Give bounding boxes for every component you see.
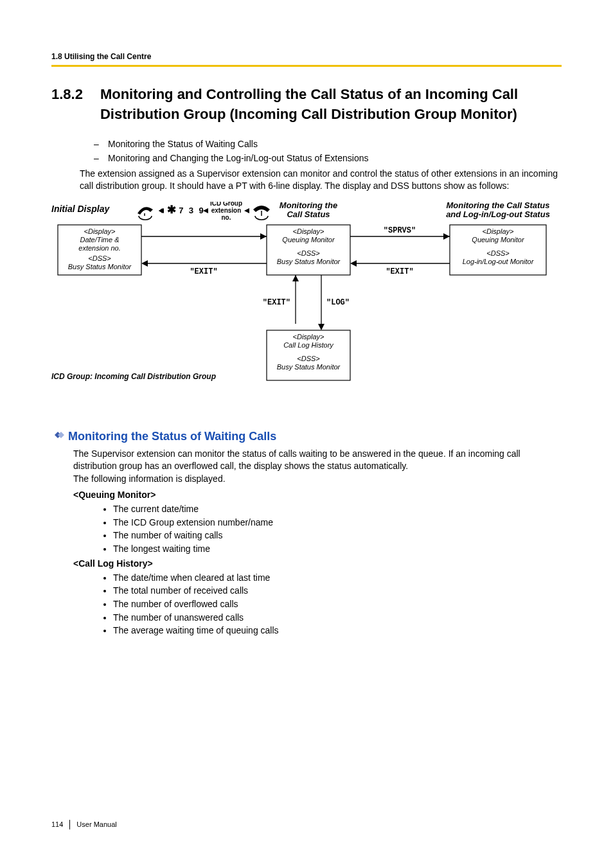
box4-line1: Call Log History: [283, 341, 334, 349]
list-item: The current date/time: [113, 503, 562, 516]
footer-label: User Manual: [76, 820, 116, 829]
offhook-icon: [138, 207, 153, 220]
label-sprvs: "SPRVS": [384, 226, 416, 235]
box1-display: <Display>: [84, 227, 116, 235]
box4-dss: <DSS>: [297, 355, 320, 362]
box3-display: <Display>: [483, 227, 514, 235]
subsection-heading-row: Monitoring the Status of Waiting Calls: [51, 429, 562, 445]
svg-marker-13: [292, 275, 299, 281]
svg-marker-3: [244, 208, 249, 213]
intro-block: – Monitoring the Status of Waiting Calls…: [51, 138, 562, 192]
asterisk-icon: ✱: [167, 204, 176, 216]
box1-line2: extension no.: [78, 244, 120, 252]
section-title: Monitoring and Controlling the Call Stat…: [100, 85, 562, 125]
section-heading-row: 1.8.2 Monitoring and Controlling the Cal…: [51, 85, 562, 125]
queuing-monitor-list: The current date/time The ICD Group exte…: [73, 503, 562, 555]
page: 1.8 Utilising the Call Centre 1.8.2 Moni…: [0, 0, 613, 868]
footer: 114 User Manual: [51, 820, 117, 829]
box1-line3: Busy Status Monitor: [68, 263, 132, 270]
subsection-paragraph: The Supervisor extension can monitor the…: [73, 448, 562, 486]
intro-paragraph: The extension assigned as a Supervisor e…: [80, 168, 562, 193]
queuing-monitor-label: <Queuing Monitor>: [73, 489, 562, 502]
svg-marker-1: [159, 208, 164, 213]
list-item: The number of unanswered calls: [113, 612, 562, 624]
box1-line1: Date/Time &: [80, 236, 119, 244]
list-item: The number of waiting calls: [113, 529, 562, 542]
label-monitoring-call-status-2: Call Status: [287, 209, 330, 219]
calllog-history-list: The date/time when cleared at last time …: [73, 572, 562, 637]
calllog-history-label: <Call Log History>: [73, 558, 562, 571]
label-log: "LOG": [326, 298, 350, 307]
subsection-title: Monitoring the Status of Waiting Calls: [68, 429, 276, 445]
dash-bullet: –: [94, 138, 108, 151]
label-exit-3: "EXIT": [263, 298, 290, 307]
svg-marker-2: [203, 208, 208, 213]
svg-marker-9: [443, 233, 450, 240]
dash-bullet: –: [94, 152, 108, 165]
list-item: The ICD Group extension number/name: [113, 517, 562, 529]
running-header: 1.8 Utilising the Call Centre: [51, 51, 562, 62]
svg-marker-7: [141, 260, 148, 267]
svg-marker-11: [350, 260, 357, 267]
step-label-icdgroup-1: ICD Group: [210, 202, 242, 207]
list-item: The average waiting time of queuing call…: [113, 624, 562, 637]
box3-line1: Queuing Monitor: [472, 236, 525, 244]
subsection-body: The Supervisor extension can monitor the…: [51, 448, 562, 637]
dial-code: 7 3 9: [179, 206, 204, 216]
box4-line2: Busy Status Monitor: [277, 363, 341, 371]
section-number: 1.8.2: [51, 85, 98, 105]
header-rule: [51, 65, 562, 67]
box3-dss: <DSS>: [486, 249, 510, 257]
list-item: The date/time when cleared at last time: [113, 572, 562, 585]
step-label-icdgroup-3: no.: [222, 214, 231, 221]
list-item: The longest waiting time: [113, 543, 562, 556]
dash-text: Monitoring the Status of Waiting Calls: [108, 138, 258, 151]
step-label-icdgroup-2: extension: [211, 207, 242, 214]
box4-display: <Display>: [293, 333, 324, 341]
onhook-icon: [253, 206, 270, 220]
page-number: 114: [51, 820, 70, 829]
svg-marker-5: [260, 233, 267, 240]
box2-dss: <DSS>: [297, 249, 320, 257]
svg-marker-15: [318, 324, 324, 330]
label-initial-display: Initial Display: [51, 204, 110, 214]
diagram-footnote: ICD Group: Incoming Call Distribution Gr…: [51, 372, 216, 381]
list-item: The total number of received calls: [113, 585, 562, 598]
box2-line2: Busy Status Monitor: [277, 258, 341, 265]
state-diagram: Initial Display Monitoring the Call Stat…: [51, 202, 562, 411]
dash-item: – Monitoring the Status of Waiting Calls: [94, 138, 562, 151]
box1-dss: <DSS>: [88, 254, 111, 262]
diamond-bullet-icon: [51, 430, 68, 444]
label-monitoring-loginout-2: and Log-in/Log-out Status: [446, 209, 550, 219]
list-item: The number of overflowed calls: [113, 598, 562, 611]
box2-display: <Display>: [293, 227, 324, 235]
box3-line2: Log-in/Log-out Monitor: [463, 258, 535, 265]
dash-item: – Monitoring and Changing the Log-in/Log…: [94, 152, 562, 165]
label-exit-2: "EXIT": [386, 267, 413, 276]
dash-text: Monitoring and Changing the Log-in/Log-o…: [108, 152, 369, 165]
box2-line1: Queuing Monitor: [282, 236, 335, 244]
label-exit-1: "EXIT": [190, 267, 217, 276]
